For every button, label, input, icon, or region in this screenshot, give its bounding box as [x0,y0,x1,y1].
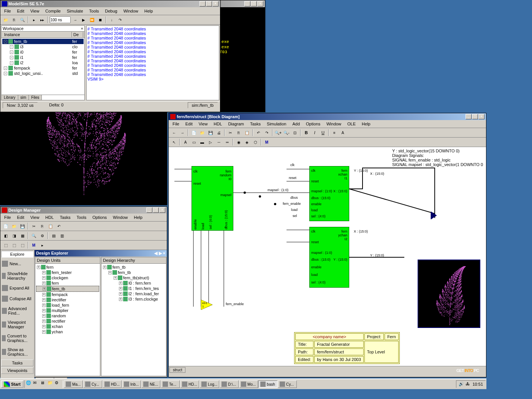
text-icon[interactable]: A [182,138,189,146]
menu-tools[interactable]: Tools [74,214,90,220]
dm-titlebar[interactable]: Design Manager _ □ × [0,207,167,214]
maximize-button[interactable]: □ [153,207,159,213]
taskbar-button[interactable]: Inb... [122,380,141,388]
sidebar-tab-tasks[interactable]: Tasks [1,359,33,366]
buffer-gate[interactable]: eb1 1 [199,299,222,311]
menu-simulate[interactable]: Simulate [64,8,86,14]
tool-icon[interactable]: ⬡ [252,138,259,146]
close-button[interactable]: × [478,114,484,119]
tree-item[interactable]: +ychan [36,329,99,334]
tab-sim[interactable]: sim [18,95,29,100]
find-icon[interactable]: 🔍 [30,232,38,239]
forward-icon[interactable]: → [179,129,186,136]
tree-item[interactable]: +fern_tester [36,270,99,275]
zoom-out-icon[interactable]: 🔍- [283,129,290,136]
sidebar-tab-viewpoints[interactable]: Viewpoints [1,367,33,374]
back-icon[interactable]: ← [170,129,178,136]
port-icon[interactable]: ▷ [207,138,214,146]
maximize-button[interactable]: □ [251,1,257,6]
break-icon[interactable]: ⏹ [97,16,104,24]
menu-hdl[interactable]: HDL [211,121,225,127]
sim-icon[interactable]: ▸▸ [38,16,46,24]
new-icon[interactable]: 📄 [190,129,198,136]
block-fern-random[interactable]: clk reset fern random I0 mapsel enable l… [192,166,233,231]
ql-icon[interactable]: ✉ [33,380,40,388]
menu-options[interactable]: Options [89,214,110,220]
design-col[interactable]: De [72,32,83,37]
design-hierarchy-header[interactable]: Design Hierarchy [101,257,166,264]
sidebar-btn[interactable]: Show as Graphics... [0,345,34,359]
menu-edit[interactable]: Edit [14,214,27,220]
panel-close-icon[interactable]: × [81,26,83,31]
italic-icon[interactable]: I [311,129,318,136]
tool-icon[interactable]: ▥ [58,232,66,239]
tab-struct[interactable]: struct [169,367,185,373]
step-into-icon[interactable]: ↓ [108,16,116,24]
menu-help[interactable]: Help [359,121,374,127]
tree-item[interactable]: -i2loa [2,60,84,65]
tree-item[interactable]: +fern_tb [36,286,99,292]
menu-help[interactable]: Help [131,214,146,220]
tool-icon[interactable]: ◧ [2,232,10,239]
wire-icon[interactable]: ─ [215,138,223,146]
run-all-icon[interactable]: ⏩ [88,16,96,24]
taskbar-button[interactable]: HD... [103,380,122,388]
tab-library[interactable]: Library [2,95,18,100]
hdl-titlebar[interactable]: fern/fern/struct [Block Diagram] _ □ × [169,113,486,120]
explorer-controls[interactable]: ◀ ▶ × [154,251,165,256]
ql-icon[interactable]: 🌐 [26,380,33,388]
menu-options[interactable]: Options [303,121,323,127]
taskbar-button[interactable]: Cy... [278,380,297,388]
tool-icon[interactable]: ▸ [38,241,46,249]
menu-window[interactable]: Window [120,8,141,14]
zoom-fit-icon[interactable]: ⊡ [291,129,299,136]
time-input[interactable] [50,16,71,23]
compile-icon[interactable]: ▸ [30,16,38,24]
tree-item[interactable]: +fern [36,280,99,286]
tree-item[interactable]: -i3clo [2,44,84,49]
ql-icon[interactable]: 📁 [48,380,54,388]
modelsim-launch-icon[interactable]: M [263,138,271,146]
design-units-header[interactable]: Design Units [35,257,100,264]
menu-file[interactable]: File [1,214,14,220]
maximize-button[interactable]: □ [206,1,212,6]
sidebar-tab-explore[interactable]: Explore [1,251,33,258]
transcript-panel[interactable]: # Transmitted 2048 coordinates# Transmit… [86,25,219,100]
tray-icon[interactable]: 🖧 [466,382,471,387]
tree-item[interactable]: -i0fer [2,49,84,55]
tree-item[interactable]: +irectifier [36,297,99,302]
tree-item[interactable]: +fern_tb [102,264,165,270]
menu-hdl[interactable]: HDL [42,214,57,220]
tree-item[interactable]: +I3 : fern.clockge [102,296,165,302]
menu-edit[interactable]: Edit [14,8,27,14]
menu-view[interactable]: View [196,121,211,127]
menu-debug[interactable]: Debug [102,8,120,14]
paste-icon[interactable]: 📋 [47,222,54,230]
menu-tools[interactable]: Tools [86,8,102,14]
menu-file[interactable]: File [1,8,14,14]
tab-files[interactable]: Files [29,95,42,100]
tree-item[interactable]: +fernpack [36,292,99,297]
cut-icon[interactable]: ✂ [226,129,234,136]
tray-icon[interactable]: 🔊 [459,382,464,387]
tool-icon[interactable]: ▤ [50,232,57,239]
ql-icon[interactable]: 🖥 [40,380,47,388]
tree-item[interactable]: +I0 : fern.fern [102,280,165,286]
tree-item[interactable]: +random [36,313,99,318]
paste-icon[interactable]: 📋 [243,129,251,136]
step-over-icon[interactable]: ↷ [116,16,124,24]
open-icon[interactable]: 📁 [10,222,18,230]
block-diagram-canvas[interactable]: Y : std_logic_vector(15 DOWNTO 0) Diagra… [169,147,486,366]
menu-add[interactable]: Add [289,121,303,127]
tree-item[interactable]: +rectifier [36,318,99,324]
menu-ole[interactable]: OLE [344,121,359,127]
font-icon[interactable]: A [339,129,347,136]
maximize-button[interactable]: □ [472,114,478,119]
tree-item[interactable]: +I1 : fern.fern_tes [102,286,165,291]
menu-edit[interactable]: Edit [182,121,196,127]
tool-icon[interactable]: ▦ [19,232,26,239]
tree-item[interactable]: +fern_tb(struct) [102,275,165,280]
taskbar-button[interactable]: D:\... [220,380,239,388]
print-icon[interactable]: 🖨 [215,129,223,136]
tree-item[interactable]: +multiplier [36,308,99,313]
